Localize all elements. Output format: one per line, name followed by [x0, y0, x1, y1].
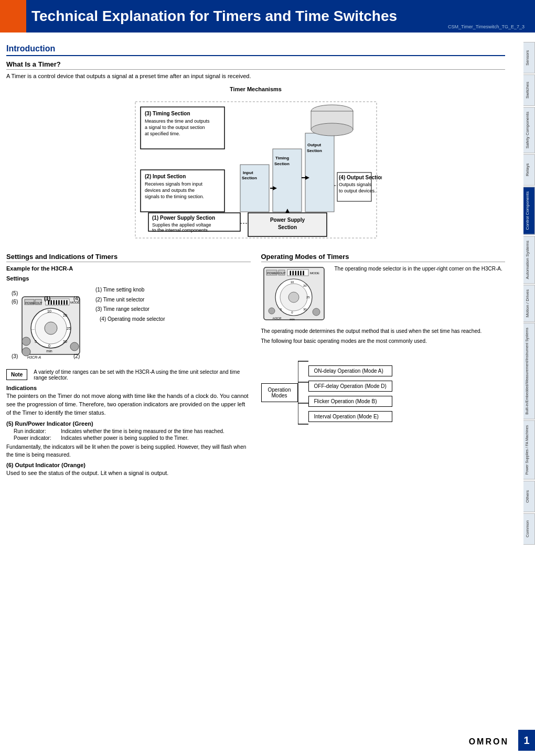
svg-text:signals to the timing section.: signals to the timing section. — [145, 194, 204, 199]
svg-text:OUT: OUT — [279, 272, 286, 275]
modes-list: ON-delay Operation (Mode A) OFF-delay Op… — [308, 365, 392, 422]
note-text: A variety of time ranges can be set with… — [34, 369, 250, 381]
svg-text:Output: Output — [307, 143, 322, 147]
determines-desc: The operating mode determines the output… — [261, 328, 506, 336]
svg-text:H3CR-A: H3CR-A — [27, 355, 41, 359]
svg-point-84 — [313, 308, 320, 316]
svg-text:Receives signals from input: Receives signals from input — [145, 181, 203, 187]
sidebar-tab-relays[interactable]: Relays — [523, 154, 535, 186]
run-indicator-desc: Indicates whether the time is being meas… — [59, 428, 227, 435]
output-indicator-title: (6) Output Indicator (Orange) — [6, 462, 251, 468]
svg-text:(4) Output Section: (4) Output Section — [339, 175, 382, 180]
svg-point-64 — [70, 342, 79, 351]
sidebar-tab-builtin[interactable]: Built-in/Embedded/Measurement/Instrument… — [523, 323, 535, 419]
note-container: Note A variety of time ranges can be set… — [6, 369, 251, 381]
diagram-title: Timer Mechanisms — [130, 86, 382, 92]
sidebar-tab-control[interactable]: Control Components — [523, 187, 535, 234]
op-modes-diagram: OperationModes ON-delay Operation (Mode … — [261, 351, 506, 435]
mode-d: OFF-delay Operation (Mode D) — [308, 381, 392, 392]
modes-flow: OperationModes ON-delay Operation (Mode … — [261, 351, 392, 435]
svg-text:a signal to the output section: a signal to the output section — [145, 125, 205, 130]
sidebar-tab-common[interactable]: Common — [523, 513, 535, 545]
svg-point-36 — [311, 123, 353, 136]
svg-text:at specified time.: at specified time. — [145, 131, 180, 136]
svg-text:20: 20 — [303, 284, 307, 287]
page-number: 1 — [518, 730, 535, 751]
omron-logo-area: OMRON — [469, 737, 509, 747]
indicators-table: Run indicator: Indicates whether the tim… — [12, 428, 227, 441]
svg-text:(1) Power Supply Section: (1) Power Supply Section — [152, 215, 215, 221]
subsection-what-is-timer: What Is a Timer? — [6, 60, 505, 70]
sidebar-tab-motion[interactable]: Motion / Drives — [523, 285, 535, 322]
mode-a: ON-delay Operation (Mode A) — [308, 365, 392, 376]
settings-label: Settings — [6, 275, 251, 283]
svg-text:Section: Section — [277, 224, 296, 230]
h3cr-diagram: POWER OUT ▐▐▐▐▐▐ MODE 10 20 25 30 0 5 — [261, 265, 329, 322]
setting-item-1: (1) Time setting knob — [95, 286, 165, 294]
main-content: Introduction What Is a Timer? A Timer is… — [0, 33, 523, 491]
mode-b: Flicker Operation (Mode B) — [308, 396, 392, 407]
svg-text:Outputs signals: Outputs signals — [339, 182, 372, 187]
output-indicator-desc: Used to see the status of the output. Li… — [6, 469, 251, 478]
svg-text:10: 10 — [290, 280, 294, 284]
sidebar-tab-switches[interactable]: Switches — [523, 74, 535, 106]
sidebar-tab-power[interactable]: Power Supplies / FA Machines — [523, 420, 535, 480]
svg-text:OUT: OUT — [36, 301, 42, 305]
svg-text:25: 25 — [306, 296, 310, 299]
svg-text:Section: Section — [307, 148, 322, 153]
connector-lines — [298, 351, 308, 435]
svg-text:Supplies the applied voltage: Supplies the applied voltage — [152, 222, 211, 228]
svg-text:Section: Section — [274, 161, 290, 166]
svg-point-82 — [288, 292, 299, 303]
timer-diagram-svg: (3) Timing Section Measures the time and… — [130, 96, 382, 243]
svg-text:to output devices.: to output devices. — [339, 188, 376, 193]
subsection-operating-modes: Operating Modes of Timers — [261, 253, 506, 262]
svg-text:MODE: MODE — [310, 272, 319, 275]
run-indicator-label: Run indicator: — [12, 428, 59, 435]
svg-text:devices and outputs the: devices and outputs the — [145, 188, 195, 193]
power-indicator-label: Power indicator: — [12, 435, 59, 441]
operating-modes-col: Operating Modes of Timers POWER OUT ▐▐▐▐… — [261, 249, 506, 480]
svg-text:to the internal components.: to the internal components. — [152, 228, 209, 233]
setting-item-2: (2) Time unit selector — [95, 296, 165, 304]
subsection-settings: Settings and Indications of Timers — [6, 253, 251, 262]
h3cr-image-area: POWER OUT ▐▐▐▐▐▐ MODE 10 20 25 30 0 5 — [261, 265, 506, 322]
sidebar-tab-safety[interactable]: Safety Components — [523, 107, 535, 153]
sidebar-tab-sensors[interactable]: Sensors — [523, 42, 535, 73]
connector-svg — [298, 351, 308, 435]
two-col-layout: Settings and Indications of Timers Examp… — [6, 249, 505, 480]
sidebar-tab-others[interactable]: Others — [523, 481, 535, 512]
svg-text:30: 30 — [63, 340, 67, 343]
svg-text:POWER: POWER — [267, 272, 279, 275]
page-title: Technical Explanation for Timers and Tim… — [31, 7, 525, 25]
svg-text:Timing: Timing — [275, 156, 289, 160]
header-subtitle: CSM_Timer_Timeswitch_TG_E_7_3 — [448, 24, 525, 29]
settings-col: Settings and Indications of Timers Examp… — [6, 249, 251, 480]
svg-point-83 — [269, 308, 275, 314]
svg-text:Section: Section — [242, 176, 257, 180]
fundamentally-text: Fundamentally, the indicators will be li… — [6, 444, 251, 459]
svg-text:min: min — [46, 349, 52, 353]
indications-body: The pointers on the Timer do not move al… — [6, 392, 251, 417]
svg-text:Input: Input — [243, 170, 253, 175]
svg-text:(2) Input Section: (2) Input Section — [145, 174, 186, 179]
svg-text:(3) Timing Section: (3) Timing Section — [145, 111, 190, 116]
svg-text:Power Supply: Power Supply — [270, 217, 305, 223]
svg-text:...: ... — [31, 327, 35, 330]
right-sidebar: Sensors Switches Safety Components Relay… — [523, 42, 535, 545]
page-header: Technical Explanation for Timers and Tim… — [0, 0, 535, 33]
sidebar-tab-automation[interactable]: Automation Systems — [523, 236, 535, 284]
op-modes-box-text: OperationModes — [268, 387, 291, 398]
four-modes-desc: The following four basic operating modes… — [261, 338, 506, 345]
svg-text:5: 5 — [35, 340, 37, 343]
svg-point-62 — [22, 348, 30, 356]
svg-point-61 — [22, 337, 30, 345]
svg-text:30: 30 — [303, 308, 307, 311]
operation-modes-label: OperationModes — [261, 383, 298, 402]
omron-logo: OMRON — [469, 737, 509, 746]
timer-definition: A Timer is a control device that outputs… — [6, 72, 505, 81]
svg-text:min: min — [290, 318, 295, 321]
indications-label: Indications — [6, 385, 251, 391]
svg-text:20: 20 — [63, 314, 67, 317]
svg-text:H3CR: H3CR — [273, 317, 282, 320]
